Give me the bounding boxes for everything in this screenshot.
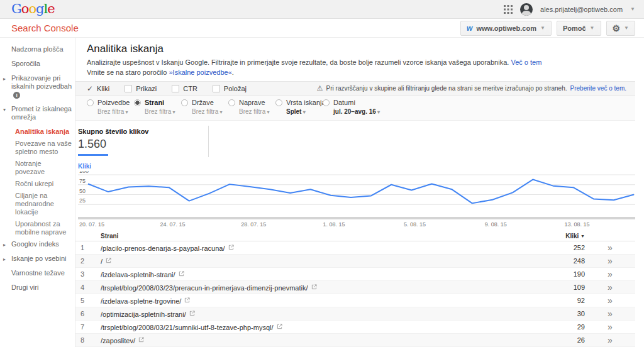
page-link[interactable]: /izdelava-spletnih-strani/ [101,271,175,278]
external-link-icon[interactable] [228,244,234,251]
sidebar-item[interactable]: ▸Googlov indeks [0,240,72,248]
warning-learn-more-link[interactable]: Preberite več o tem. [570,85,626,92]
table-row[interactable]: 3/izdelava-spletnih-strani/190» [75,268,635,281]
total-clicks-card[interactable]: Skupno število klikov 1.560 [78,126,209,157]
clicks-column-header[interactable]: Kliki ▼ [528,233,585,240]
chart-scrollbar[interactable] [78,217,635,219]
page-link[interactable]: / [101,258,103,265]
expand-row-icon[interactable]: » [608,295,613,306]
dimension-filter[interactable]: Brez filtra ▾ [145,108,181,115]
dimension-filter[interactable]: Brez filtra ▾ [97,108,134,115]
row-clicks: 92 [528,297,585,304]
x-tick-label: 5. 08. 15 [404,221,426,228]
dimension-tab[interactable]: DržaveBrez filtra ▾ [181,99,228,120]
sidebar-item[interactable]: Ročni ukrepi [0,180,72,188]
apps-grid-icon[interactable] [504,5,513,14]
logo-letter: o [21,1,29,16]
dimension-filter[interactable]: Brez filtra ▾ [239,108,275,115]
dimension-filter[interactable]: jul. 20–avg. 16 ▾ [333,108,370,115]
expand-row-icon[interactable]: » [608,335,613,345]
page-link[interactable]: /placilo-prenos-denarja-s-paypal-racuna/ [101,245,225,252]
table-body: 1/placilo-prenos-denarja-s-paypal-racuna… [75,241,635,347]
sidebar-item[interactable]: Drugi viri [0,284,72,292]
expand-row-icon[interactable]: » [608,322,613,332]
page-link[interactable]: /izdelava-spletne-trgovine/ [101,297,181,305]
help-button[interactable]: Pomoč ▼ [557,21,601,36]
table-row[interactable]: 6/optimizacija-spletnih-strani/30» [75,307,635,321]
page-link[interactable]: /trsplet/blog/2008/03/23/preracun-in-pri… [101,284,308,292]
dimension-tab[interactable]: StraniBrez filtra ▾ [134,99,181,120]
page-link[interactable]: /optimizacija-spletnih-strani/ [101,311,186,318]
y-tick-label: 100 [79,171,89,174]
table-row[interactable]: 7/trsplet/blog/2008/03/21/sumniki-utf-8-… [75,321,635,334]
legacy-suffix: . [232,69,234,76]
avatar[interactable] [520,3,533,16]
clicks-line-series[interactable] [88,180,634,204]
metric-toggle[interactable]: CTR [172,85,197,92]
sidebar-item[interactable]: Uporabnost za mobilne naprave [0,220,72,236]
expand-row-icon[interactable]: » [608,282,613,292]
dimension-tab[interactable]: NapraveBrez filtra ▾ [228,99,275,120]
google-logo[interactable]: Google [11,3,55,16]
dimension-tab[interactable]: Datumijul. 20–avg. 16 ▾ [323,99,370,120]
external-link-icon[interactable] [311,284,317,291]
table-row[interactable]: 4/trsplet/blog/2008/03/23/preracun-in-pr… [75,281,635,294]
external-link-icon[interactable] [277,323,282,331]
sidebar-item[interactable]: ▾Promet iz iskalnega omrežja [0,105,72,121]
dimension-tab[interactable]: Vrsta iskanjaSplet ▾ [275,99,323,120]
info-icon[interactable]: i [13,92,20,99]
radio-icon [87,99,94,106]
chevron-down-icon[interactable]: ▼ [630,6,635,12]
external-link-icon[interactable] [179,270,184,278]
sidebar-item-active[interactable]: Analitika iskanja [0,128,72,136]
sidebar-item-label: Varnostne težave [11,269,65,277]
metric-toggle[interactable]: Prikazi [125,85,157,92]
table-row[interactable]: 5/izdelava-spletne-trgovine/92» [75,294,635,307]
expand-row-icon[interactable]: » [608,256,613,266]
chevron-down-icon: ▼ [540,25,545,31]
property-selector[interactable]: w www.optiweb.com ▼ [460,21,552,36]
dimension-tab[interactable]: PoizvedbeBrez filtra ▾ [87,99,134,120]
expand-row-icon[interactable]: » [608,269,613,279]
expand-row-icon[interactable]: » [608,309,613,319]
sidebar-item[interactable]: ▸Prikazovanje pri iskalnih poizvedbahi [0,74,72,99]
sidebar-item[interactable]: Notranje povezave [0,160,72,176]
page-column-header[interactable]: Strani [101,233,528,240]
product-name[interactable]: Search Console [11,23,79,33]
clicks-chart[interactable]: 100755025 [78,171,635,217]
table-row[interactable]: 1/placilo-prenos-denarja-s-paypal-racuna… [75,241,635,255]
external-link-icon[interactable] [189,310,195,317]
external-link-icon[interactable] [138,336,144,344]
x-tick-label: 9. 08. 15 [485,221,507,228]
sidebar-item-label: Drugi viri [11,284,38,291]
google-bar: Google ales.prijatelj@optiweb.com ▼ [0,0,644,19]
metric-toggle[interactable]: ✓Kliki [87,85,109,92]
sidebar-item[interactable]: Ciljanje na mednarodne lokacije [0,192,72,216]
y-tick-label: 50 [79,188,86,194]
account-email[interactable]: ales.prijatelj@optiweb.com [540,6,623,13]
expand-row-icon[interactable]: » [608,243,613,253]
external-link-icon[interactable] [106,257,111,265]
sidebar-item[interactable]: Nadzorna plošča [0,45,72,53]
dimension-filter[interactable]: Brez filtra ▾ [192,108,228,115]
learn-more-link[interactable]: Več o tem [511,58,541,66]
row-clicks: 30 [528,310,585,317]
page-link[interactable]: /trsplet/blog/2008/03/21/sumniki-utf-8-t… [101,324,274,331]
legacy-report-link[interactable]: »Iskalne poizvedbe« [169,69,231,76]
page-title: Analitika iskanja [87,43,635,55]
x-tick-label: 28. 07. 15 [241,221,266,228]
intro-body: Analizirajte uspešnost v Iskanju Google.… [87,58,509,66]
settings-button[interactable]: ⚙ ▼ [606,21,635,36]
sidebar-item[interactable]: Povezave na vaše spletno mesto [0,140,72,156]
sidebar-item[interactable]: ▸Iskanje po vsebini [0,255,72,263]
external-link-icon[interactable] [184,297,190,304]
table-row[interactable]: 8/zaposlitev/26» [75,334,635,347]
sidebar-item[interactable]: Sporočila [0,60,72,68]
metric-toggle[interactable]: Položaj [213,85,247,92]
sidebar-item[interactable]: Varnostne težave [0,269,72,277]
chevron-down-icon: ▼ [590,25,595,31]
caret-down-icon: ▾ [265,109,269,115]
dimension-filter[interactable]: Splet ▾ [286,108,323,115]
table-row[interactable]: 2/248» [75,255,635,268]
page-link[interactable]: /zaposlitev/ [101,337,135,344]
